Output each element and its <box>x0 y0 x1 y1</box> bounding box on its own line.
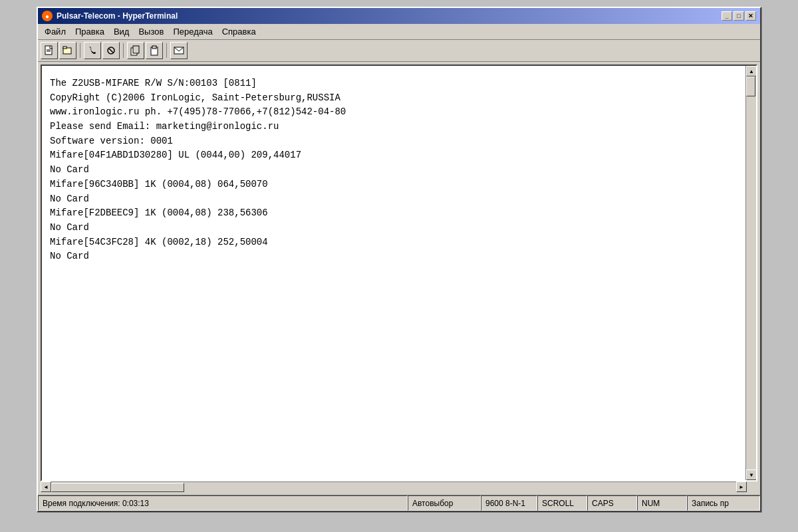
title-buttons: _ □ ✕ <box>722 11 756 21</box>
menu-bar: Файл Правка Вид Вызов Передача Справка <box>38 24 760 40</box>
vertical-scrollbar[interactable]: ▲ ▼ <box>745 66 756 480</box>
new-button[interactable] <box>41 42 58 59</box>
scroll-thumb-v[interactable] <box>746 76 755 96</box>
content-area: The Z2USB-MIFARE R/W S/N:00103 [0811] Co… <box>38 62 760 495</box>
num-pane: NUM <box>637 495 687 511</box>
caps-indicator: CAPS <box>592 499 614 508</box>
window-title: Pulsar-Telecom - HyperTerminal <box>57 11 178 21</box>
title-bar-left: ● Pulsar-Telecom - HyperTerminal <box>42 11 178 21</box>
record-pane: Запись пр <box>687 495 760 511</box>
caps-pane: CAPS <box>587 495 637 511</box>
hscroll-track[interactable] <box>51 481 736 492</box>
toolbar-sep-2 <box>123 43 124 58</box>
svg-rect-8 <box>133 46 139 53</box>
phone-button[interactable] <box>84 42 101 59</box>
minimize-button[interactable]: _ <box>722 11 732 21</box>
menu-edit[interactable]: Правка <box>71 25 108 38</box>
open-button[interactable] <box>59 42 76 59</box>
scroll-track-v[interactable] <box>746 76 756 469</box>
hscroll-area: ◄ ► <box>41 481 757 492</box>
svg-rect-4 <box>63 47 66 49</box>
maximize-button[interactable]: □ <box>733 11 744 21</box>
toolbar-sep-1 <box>80 43 80 58</box>
connection-time-pane: Время подключения: 0:03:13 <box>38 495 408 511</box>
paste-button[interactable] <box>146 42 163 59</box>
menu-view[interactable]: Вид <box>110 25 134 38</box>
menu-call[interactable]: Вызов <box>134 25 168 38</box>
close-button[interactable]: ✕ <box>745 11 756 21</box>
record-indicator: Запись пр <box>692 499 729 508</box>
title-bar: ● Pulsar-Telecom - HyperTerminal _ □ ✕ <box>38 8 760 24</box>
scroll-down-button[interactable]: ▼ <box>746 469 757 480</box>
svg-rect-10 <box>152 46 156 49</box>
scroll-pane: SCROLL <box>537 495 587 511</box>
baud-rate: 9600 8-N-1 <box>485 499 525 508</box>
toolbar-sep-3 <box>166 43 167 58</box>
app-icon: ● <box>42 11 53 21</box>
scroll-indicator: SCROLL <box>542 499 574 508</box>
scroll-up-button[interactable]: ▲ <box>746 66 757 76</box>
status-bar: Время подключения: 0:03:13 Автовыбор 960… <box>38 495 760 511</box>
disconnect-button[interactable] <box>102 42 120 59</box>
menu-file[interactable]: Файл <box>41 25 70 38</box>
main-window: ● Pulsar-Telecom - HyperTerminal _ □ ✕ Ф… <box>37 7 761 512</box>
connection-time: Время подключения: 0:03:13 <box>43 499 149 508</box>
copy-button[interactable] <box>127 42 144 59</box>
baud-rate-pane: 9600 8-N-1 <box>481 495 537 511</box>
auto-select: Автовыбор <box>412 499 453 508</box>
scroll-left-button[interactable]: ◄ <box>41 481 51 492</box>
toolbar <box>38 40 760 62</box>
hscroll-thumb[interactable] <box>51 483 184 492</box>
auto-select-pane: Автовыбор <box>408 495 481 511</box>
send-button[interactable] <box>170 42 188 59</box>
scrollbar-corner <box>747 481 757 492</box>
num-indicator: NUM <box>642 499 660 508</box>
menu-transfer[interactable]: Передача <box>169 25 216 38</box>
scroll-right-button[interactable]: ► <box>736 481 747 492</box>
terminal-display[interactable]: The Z2USB-MIFARE R/W S/N:00103 [0811] Co… <box>42 66 745 480</box>
terminal-container: The Z2USB-MIFARE R/W S/N:00103 [0811] Co… <box>41 65 757 481</box>
terminal-text: The Z2USB-MIFARE R/W S/N:00103 [0811] Co… <box>50 76 737 264</box>
menu-help[interactable]: Справка <box>218 25 260 38</box>
svg-line-6 <box>109 49 113 53</box>
